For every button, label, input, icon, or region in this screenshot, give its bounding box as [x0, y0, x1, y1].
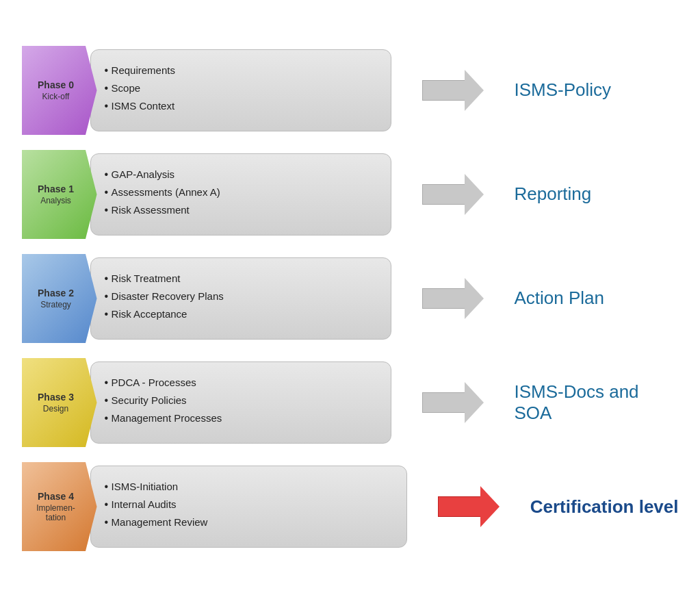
content-box-4: ISMS-InitiationInternal AuditsManagement…: [90, 466, 407, 548]
arrow-body-2: [422, 288, 467, 309]
arrow-shape-0: [422, 70, 484, 111]
arrow-head-1: [465, 174, 484, 215]
phase-title-0: Phase 0: [38, 79, 74, 90]
phase-1-item-2: Risk Assessment: [105, 203, 220, 218]
phase-subtitle-4: Implemen- tation: [36, 503, 75, 522]
arrow-body-4: [438, 496, 482, 517]
phase-3-item-1: Security Policies: [105, 394, 222, 408]
arrow-head-3: [465, 382, 484, 423]
phase-subtitle-0: Kick-off: [42, 92, 70, 101]
phase-0-item-2: ISMS Context: [105, 99, 175, 114]
arrow-area-0: [398, 70, 508, 111]
phase-subtitle-2: Strategy: [40, 300, 71, 309]
content-box-0: RequirementsScopeISMS Context: [90, 49, 391, 131]
phase-3-item-0: PDCA - Processes: [105, 376, 222, 390]
phase-badge-3: Phase 3Design: [22, 358, 97, 447]
phase-1-item-0: GAP-Analysis: [105, 168, 220, 182]
phase-2-item-2: Risk Acceptance: [105, 307, 224, 322]
phase-badge-2: Phase 2Strategy: [22, 254, 97, 343]
content-box-2: Risk TreatmentDisaster Recovery PlansRis…: [90, 257, 391, 340]
arrow-body-0: [422, 80, 467, 101]
arrow-shape-3: [422, 382, 484, 423]
phase-2-item-1: Disaster Recovery Plans: [105, 290, 224, 304]
phase-0-item-0: Requirements: [105, 64, 175, 78]
phase-4-item-1: Internal Audits: [105, 498, 208, 512]
isms-diagram: Phase 0Kick-offRequirementsScopeISMS Con…: [22, 42, 679, 555]
arrow-head-2: [465, 278, 484, 319]
content-box-3: PDCA - ProcessesSecurity PoliciesManagem…: [90, 361, 391, 444]
phase-title-1: Phase 1: [38, 183, 74, 194]
arrow-area-2: [398, 278, 508, 319]
content-box-1: GAP-AnalysisAssessments (Annex A)Risk As…: [90, 153, 391, 236]
phase-2-item-0: Risk Treatment: [105, 272, 224, 286]
phase-row-3: Phase 3DesignPDCA - ProcessesSecurity Po…: [22, 355, 679, 450]
arrow-body-3: [422, 392, 467, 413]
arrow-area-3: [398, 382, 508, 423]
output-label-4: Certification level: [530, 496, 679, 518]
phase-title-2: Phase 2: [38, 288, 74, 298]
arrow-shape-1: [422, 174, 484, 215]
phase-row-4: Phase 4Implemen- tationISMS-InitiationIn…: [22, 459, 679, 555]
phase-subtitle-1: Analysis: [40, 196, 71, 205]
phase-title-3: Phase 3: [38, 392, 74, 403]
arrow-head-0: [465, 70, 484, 111]
phase-badge-0: Phase 0Kick-off: [22, 46, 97, 135]
phase-row-0: Phase 0Kick-offRequirementsScopeISMS Con…: [22, 42, 679, 138]
output-label-0: ISMS-Policy: [515, 79, 679, 101]
phase-3-item-2: Management Processes: [105, 411, 222, 426]
arrow-body-1: [422, 184, 467, 205]
arrow-shape-2: [422, 278, 484, 319]
phase-4-item-0: ISMS-Initiation: [105, 480, 208, 494]
phase-row-1: Phase 1AnalysisGAP-AnalysisAssessments (…: [22, 147, 679, 242]
phase-badge-4: Phase 4Implemen- tation: [22, 462, 97, 551]
phase-title-4: Phase 4: [38, 491, 74, 502]
phase-badge-1: Phase 1Analysis: [22, 150, 97, 239]
phase-1-item-1: Assessments (Annex A): [105, 186, 220, 200]
phase-0-item-1: Scope: [105, 81, 175, 96]
arrow-area-4: [414, 486, 523, 527]
phase-subtitle-3: Design: [43, 404, 68, 414]
output-label-2: Action Plan: [515, 288, 679, 309]
output-label-3: ISMS-Docs and SOA: [515, 381, 679, 424]
arrow-shape-4: [438, 486, 500, 527]
arrow-area-1: [398, 174, 508, 215]
output-label-1: Reporting: [515, 183, 679, 205]
phase-row-2: Phase 2StrategyRisk TreatmentDisaster Re…: [22, 251, 679, 346]
arrow-head-4: [480, 486, 500, 527]
phase-4-item-2: Management Review: [105, 516, 208, 530]
